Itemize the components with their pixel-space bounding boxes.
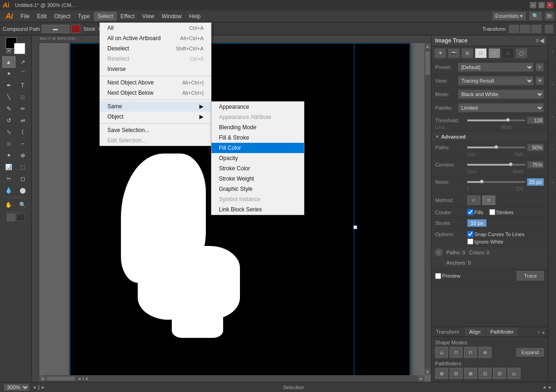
crop-btn[interactable]: ⊡ [479, 368, 492, 379]
swap-colors[interactable]: ⇄ [7, 49, 11, 53]
trace-grid-icon[interactable]: ⊞ [461, 48, 473, 58]
submenu-blending-mode[interactable]: Blending Mode [211, 122, 304, 133]
preset-select[interactable]: [Default] [458, 63, 534, 72]
v-scroll-down[interactable]: ▼ [424, 369, 431, 375]
trim-btn[interactable]: ⊟ [450, 368, 463, 379]
transform-btn1[interactable] [509, 25, 519, 33]
submenu-appearance-attr[interactable]: Appearance Attribute [211, 112, 304, 122]
submenu-link-block-series[interactable]: Link Block Series [211, 204, 304, 215]
horizontal-scrollbar[interactable]: ◄ ◄ 1 ► ► [39, 375, 424, 382]
threshold-value-input[interactable] [527, 117, 544, 124]
strokes-checkbox-label[interactable]: Strokes [489, 209, 514, 215]
menu-help[interactable]: Help [185, 12, 204, 21]
panel-menu-btn[interactable]: ≡ [537, 329, 540, 335]
gradient-icon[interactable]: ▪ [548, 101, 556, 133]
trace-view-icon[interactable]: 👁 [434, 48, 446, 58]
submenu-appearance[interactable]: Appearance [211, 102, 304, 112]
ignore-white-checkbox[interactable] [467, 238, 473, 245]
more-options-btn[interactable] [545, 25, 553, 33]
exclude-btn[interactable]: ⊕ [479, 347, 492, 358]
paths-value-input[interactable] [527, 144, 544, 151]
menu-next-above[interactable]: Next Object AboveAlt+Ctrl+] [100, 77, 211, 88]
scale-tool[interactable]: ⤡ [2, 126, 15, 138]
symbol-tool[interactable]: ⊕ [16, 150, 29, 161]
pen-tool[interactable]: ✒ [2, 80, 15, 91]
submenu-stroke-weight[interactable]: Stroke Weight [211, 174, 304, 184]
direct-selection-tool[interactable]: ↗ [16, 56, 29, 68]
noise-thumb[interactable] [480, 180, 484, 183]
minus-front-btn[interactable]: ⊓ [450, 347, 463, 358]
pencil-tool[interactable]: ✏ [16, 103, 29, 114]
preset-options-icon[interactable]: ≡ [535, 63, 544, 71]
magic-wand-tool[interactable]: ✦ [2, 68, 15, 79]
fill-indicator[interactable] [71, 25, 80, 33]
menu-edit-selection[interactable]: Edit Selection... [100, 135, 211, 146]
h-scroll-left[interactable]: ◄ [39, 375, 46, 382]
menu-object[interactable]: Object [50, 12, 74, 21]
fills-checkbox[interactable] [467, 209, 473, 215]
snap-curves-checkbox[interactable] [467, 231, 473, 237]
outline-view[interactable] [16, 214, 25, 221]
advanced-section-header[interactable]: ▼ Advanced [431, 132, 548, 142]
h-scroll-right[interactable]: ► [418, 375, 424, 382]
divide-btn[interactable]: ⊞ [435, 368, 448, 379]
freeform-tool[interactable]: ✦ [2, 150, 15, 161]
merge-btn[interactable]: ⊠ [464, 368, 477, 379]
submenu-fill-stroke[interactable]: Fill & Stroke [211, 133, 304, 143]
status-arrow-right[interactable]: ► [548, 385, 552, 390]
strokes-checkbox[interactable] [489, 209, 495, 215]
corners-slider[interactable] [467, 164, 525, 166]
preview-checkbox-label[interactable]: Preview [435, 273, 460, 279]
ignore-white-label[interactable]: Ignore White [467, 238, 503, 245]
trace-white-icon[interactable]: □ [475, 48, 487, 58]
menu-view[interactable]: View [139, 12, 158, 21]
next-page[interactable]: ► [85, 377, 89, 381]
warp-tool[interactable]: ~ [16, 138, 29, 149]
panel-menu-icon[interactable]: ≡ [535, 37, 539, 44]
vertical-scrollbar[interactable]: ▲ ▼ [424, 43, 431, 375]
corners-value-input[interactable] [527, 161, 544, 168]
hand-tool[interactable]: ✋ [2, 199, 15, 210]
color-icon[interactable]: ▪ [548, 35, 556, 68]
view-eye-icon[interactable]: 👁 [535, 77, 544, 85]
noise-slider[interactable] [467, 181, 525, 183]
v-scroll-up[interactable]: ▲ [424, 43, 431, 49]
zoom-select[interactable]: 300% [4, 384, 29, 391]
next-page-btn[interactable]: ► [41, 385, 45, 390]
trace-photo-icon[interactable]: 📷 [448, 48, 460, 58]
mode-select[interactable]: Black and White [458, 90, 544, 99]
corners-thumb[interactable] [509, 162, 513, 166]
menu-save-selection[interactable]: Save Selection... [100, 125, 211, 135]
rotate-tool[interactable]: ↺ [2, 115, 15, 126]
minus-back-btn[interactable]: ⊔ [507, 368, 521, 379]
menu-reselect[interactable]: ReselectCtrl+6 [100, 54, 211, 64]
selection-tool[interactable]: ▲ [2, 56, 15, 68]
view-select[interactable]: Tracing Result [458, 76, 534, 85]
bridge-icon[interactable]: Br [545, 12, 554, 20]
trace-black-icon[interactable]: □ [502, 48, 514, 58]
menu-effect[interactable]: Effect [117, 12, 138, 21]
close-button[interactable]: ✕ [547, 2, 553, 8]
menu-inverse[interactable]: Inverse [100, 64, 211, 74]
preview-checkbox[interactable] [435, 273, 441, 279]
submenu-stroke-color[interactable]: Stroke Color [211, 163, 304, 174]
menu-file[interactable]: File [17, 12, 33, 21]
paintbrush-tool[interactable]: ✎ [2, 103, 15, 114]
menu-type[interactable]: Type [74, 12, 94, 21]
submenu-opacity[interactable]: Opacity [211, 153, 304, 163]
expand-button[interactable]: Expand [516, 348, 544, 357]
lasso-tool[interactable]: ⌒ [16, 68, 29, 79]
submenu-fill-color[interactable]: Fill Color [211, 143, 304, 153]
zoom-tool[interactable]: 🔍 [16, 199, 29, 210]
restore-button[interactable]: □ [538, 2, 545, 8]
normal-view[interactable] [7, 214, 15, 221]
reflect-tool[interactable]: ⇌ [16, 115, 29, 126]
appearance-icon[interactable]: ▪ [548, 133, 556, 166]
eyedropper-tool[interactable]: 💧 [2, 185, 15, 196]
compound-path-select[interactable]: ▬ [42, 25, 70, 33]
shear-tool[interactable]: ⟨ [16, 126, 29, 138]
tab-pathfinder[interactable]: Pathfinder [486, 327, 519, 336]
transform-btn3[interactable] [531, 25, 542, 33]
minimize-button[interactable]: ─ [530, 2, 536, 8]
trace-gray-icon[interactable]: □ [488, 48, 500, 58]
